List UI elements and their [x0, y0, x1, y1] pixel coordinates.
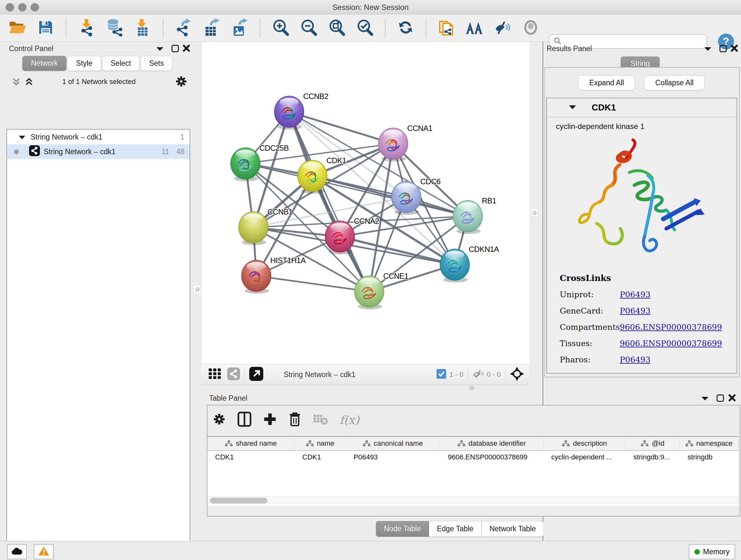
selected-checkbox-icon[interactable] — [436, 369, 446, 380]
houses-icon — [465, 19, 484, 37]
add-column-icon[interactable] — [263, 412, 277, 428]
delete-column-icon[interactable] — [288, 412, 301, 428]
node-CDKN1A[interactable] — [440, 249, 469, 283]
table-cell[interactable]: P06493 — [346, 451, 440, 463]
table-row[interactable]: CDK1CDK1P064939606.ENSP00000378699cyclin… — [207, 451, 738, 463]
float-panel-icon[interactable] — [719, 44, 727, 54]
column-header-database-identifier[interactable]: database identifier — [440, 437, 543, 450]
left-splitter-handle[interactable] — [193, 285, 201, 294]
table-cell[interactable]: stringdb:9... — [626, 451, 680, 463]
tab-style[interactable]: Style — [67, 56, 101, 71]
open-session-button[interactable] — [8, 19, 27, 37]
gene-section-header[interactable]: CDK1 — [547, 98, 737, 118]
tab-sets[interactable]: Sets — [140, 56, 172, 71]
tab-edge-table[interactable]: Edge Table — [429, 521, 482, 537]
panel-menu-icon[interactable] — [704, 46, 712, 53]
hide-graphics-details-button[interactable] — [493, 19, 512, 37]
clone-network-button[interactable] — [437, 19, 456, 37]
scrollbar-thumb[interactable] — [210, 498, 267, 503]
column-header-shared-name[interactable]: shared name — [207, 437, 294, 450]
zoom-selected-icon — [356, 19, 374, 37]
table-header-row[interactable]: shared namenamecanonical namedatabase id… — [207, 437, 738, 451]
network-canvas[interactable]: CCNB2CCNA1CDC25BCDK1CDC6RB1CCNB1CCNA2CDK… — [201, 42, 529, 364]
crosslink-value-link[interactable]: P06493 — [620, 290, 650, 299]
node-HIST1H1A[interactable] — [242, 260, 271, 294]
tab-select[interactable]: Select — [102, 56, 140, 71]
gene-expander-icon[interactable] — [569, 105, 576, 111]
tab-network[interactable]: Network — [22, 56, 66, 71]
view-share-toggle-icon[interactable] — [227, 368, 240, 381]
table-cell[interactable]: cyclin-dependent ... — [543, 451, 625, 463]
cybrowser-button[interactable] — [465, 19, 484, 37]
cloud-button[interactable] — [7, 544, 27, 559]
edge-HIST1H1A-CCNE1[interactable] — [256, 276, 369, 292]
table-cell[interactable]: CDK1 — [207, 451, 294, 463]
column-header-description[interactable]: description — [543, 437, 625, 450]
zoom-in-button[interactable] — [271, 19, 290, 37]
node-CCNE1[interactable] — [354, 276, 384, 309]
memory-button[interactable]: Memory — [689, 544, 735, 559]
node-CDK1[interactable] — [298, 160, 327, 194]
edge-CCNB2-CCNA1[interactable] — [289, 112, 393, 144]
float-panel-icon[interactable] — [171, 44, 179, 54]
expand-all-button[interactable]: Expand All — [578, 75, 635, 90]
table-cell[interactable]: 9606.ENSP00000378699 — [440, 451, 543, 463]
tab-node-table[interactable]: Node Table — [376, 521, 429, 537]
export-network-button[interactable] — [174, 19, 193, 37]
network-row-selected[interactable]: String Network – cdk1 11 48 — [7, 144, 190, 159]
toolbar-separator — [163, 18, 163, 38]
close-panel-icon[interactable] — [183, 44, 190, 53]
zoom-selected-button[interactable] — [355, 19, 374, 37]
column-header-canonical-name[interactable]: canonical name — [346, 437, 440, 450]
table-cell[interactable]: CDK1 — [294, 451, 346, 463]
save-session-button[interactable] — [37, 19, 55, 37]
crosslink-value-link[interactable]: P06493 — [620, 355, 650, 364]
network-options-gear-icon[interactable] — [175, 75, 188, 89]
table-gear-icon[interactable] — [212, 413, 226, 427]
close-panel-icon[interactable] — [731, 44, 738, 53]
import-table-button[interactable] — [133, 19, 152, 37]
hidden-eye-slash-icon[interactable] — [473, 369, 484, 380]
column-header--id[interactable]: @id — [626, 437, 680, 450]
column-header-namespace[interactable]: namespace — [680, 437, 738, 450]
edge-CDK1-RB1[interactable] — [313, 176, 468, 216]
function-builder-icon[interactable]: f(x) — [340, 414, 359, 427]
crosslink-value-link[interactable]: P06493 — [620, 306, 650, 315]
zoom-fit-button[interactable] — [327, 19, 346, 37]
right-splitter-handle[interactable] — [530, 208, 538, 217]
show-graphics-details-button[interactable] — [522, 19, 540, 37]
node-CDC25B[interactable] — [231, 148, 260, 181]
delete-table-icon[interactable] — [313, 413, 328, 427]
expand-all-chevron-icon[interactable] — [24, 77, 34, 88]
import-network-button[interactable] — [77, 19, 96, 37]
birdseye-crosshair-icon[interactable] — [510, 367, 524, 382]
crosslink-value-link[interactable]: 9606.ENSP00000378699 — [620, 322, 722, 332]
tab-network-table[interactable]: Network Table — [482, 521, 544, 537]
refresh-view-button[interactable] — [396, 19, 415, 37]
collection-expander-icon[interactable] — [18, 133, 25, 141]
float-panel-icon[interactable] — [716, 394, 724, 403]
collapse-all-chevron-icon[interactable] — [11, 77, 21, 88]
close-panel-icon[interactable] — [728, 394, 736, 403]
import-network-from-database-button[interactable] — [105, 19, 124, 37]
table-cell[interactable]: stringdb — [680, 451, 738, 463]
warnings-button[interactable] — [34, 544, 54, 559]
detach-view-icon[interactable] — [249, 367, 263, 382]
view-grid-icon[interactable] — [209, 368, 222, 381]
export-image-button[interactable] — [230, 19, 249, 37]
column-header-name[interactable]: name — [294, 437, 346, 450]
panel-menu-icon[interactable] — [156, 46, 164, 53]
export-table-button[interactable] — [202, 19, 221, 37]
collapse-all-button[interactable]: Collapse All — [644, 75, 704, 90]
node-CCNB1[interactable] — [239, 212, 268, 245]
crosslink-value-link[interactable]: 9606.ENSP00000378699 — [620, 339, 722, 348]
zoom-out-button[interactable] — [299, 19, 318, 37]
network-collection-row[interactable]: String Network – cdk1 1 — [7, 130, 190, 144]
select-columns-icon[interactable] — [238, 412, 252, 428]
status-separator — [468, 368, 468, 381]
node-CCNA1[interactable] — [379, 128, 408, 162]
table-horizontal-scrollbar[interactable] — [207, 496, 738, 504]
node-RB1[interactable] — [453, 200, 482, 234]
horizontal-splitter-grip[interactable] — [468, 386, 474, 390]
panel-menu-icon[interactable] — [701, 396, 709, 402]
